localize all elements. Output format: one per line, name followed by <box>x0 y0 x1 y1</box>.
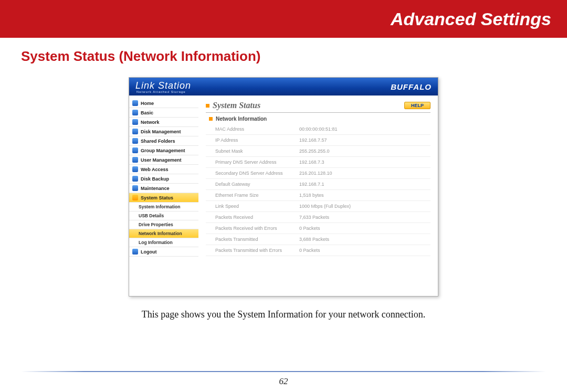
row-value: 1,518 bytes <box>290 190 430 201</box>
nav-basic[interactable]: Basic <box>129 108 198 118</box>
row-label: Packets Received with Errors <box>206 223 290 234</box>
row-value: 1000 Mbps (Full Duplex) <box>290 201 430 212</box>
row-value: 192.168.7.1 <box>290 179 430 190</box>
status-icon <box>132 195 138 200</box>
subsection-title: Network Information <box>216 116 267 122</box>
nav-label: Network <box>141 120 160 125</box>
table-row: Subnet Mask255.255.255.0 <box>206 146 430 157</box>
content-title: System Status <box>206 101 260 110</box>
subnav-drive-properties[interactable]: Drive Properties <box>129 220 198 229</box>
nav-disk-backup[interactable]: Disk Backup <box>129 174 198 184</box>
row-label: Secondary DNS Server Address <box>206 168 290 179</box>
brand-left: Link Station Network Attached Storage <box>135 80 191 93</box>
row-value: 0 Packets <box>290 245 430 256</box>
home-icon <box>132 100 138 106</box>
table-row: Packets Transmitted with Errors0 Packets <box>206 245 430 256</box>
nav-label: Basic <box>141 110 153 115</box>
content-title-text: System Status <box>213 101 260 110</box>
table-row: Packets Transmitted3,688 Packets <box>206 234 430 245</box>
subnav-label: System Information <box>139 204 180 209</box>
section-title: System Status (Network Information) <box>0 38 567 72</box>
brand-right: BUFFALO <box>391 82 432 91</box>
subnav-system-information[interactable]: System Information <box>129 203 198 211</box>
row-value: 255.255.255.0 <box>290 146 430 157</box>
nav-logout[interactable]: Logout <box>129 247 198 257</box>
row-label: Packets Transmitted with Errors <box>206 245 290 256</box>
app-screenshot: Link Station Network Attached Storage BU… <box>129 77 438 296</box>
subnav-log-information[interactable]: Log Information <box>129 238 198 247</box>
sidebar: Home Basic Network Disk Management Share… <box>129 96 198 296</box>
web-icon <box>132 166 138 172</box>
banner-title: Advanced Settings <box>391 9 551 29</box>
nav-label: User Management <box>141 157 182 163</box>
row-value: 192.168.7.57 <box>290 135 430 146</box>
subnav-network-information[interactable]: Network Information <box>129 229 198 238</box>
row-value: 192.168.7.3 <box>290 157 430 168</box>
page-number: 62 <box>0 376 567 387</box>
table-row: Secondary DNS Server Address216.201.128.… <box>206 168 430 179</box>
nav-system-status[interactable]: System Status <box>129 193 198 203</box>
table-row: Packets Received with Errors0 Packets <box>206 223 430 234</box>
table-row: MAC Address00:00:00:00:51:81 <box>206 124 430 135</box>
row-label: MAC Address <box>206 124 290 135</box>
row-value: 3,688 Packets <box>290 234 430 245</box>
nav-label: Disk Management <box>141 129 181 134</box>
row-label: IP Address <box>206 135 290 146</box>
nav-label: Logout <box>141 249 157 255</box>
subnav-usb-details[interactable]: USB Details <box>129 211 198 220</box>
figure-caption: This page shows you the System Informati… <box>0 309 567 320</box>
user-icon <box>132 157 138 163</box>
nav-shared-folders[interactable]: Shared Folders <box>129 136 198 146</box>
logout-icon <box>132 249 138 255</box>
backup-icon <box>132 176 138 182</box>
nav-disk-management[interactable]: Disk Management <box>129 127 198 136</box>
content-pane: System Status HELP Network Information M… <box>198 96 438 296</box>
table-row: Link Speed1000 Mbps (Full Duplex) <box>206 201 430 212</box>
nav-label: Home <box>141 101 154 106</box>
nav-maintenance[interactable]: Maintenance <box>129 184 198 193</box>
subnav-label: Log Information <box>139 240 173 245</box>
row-label: Link Speed <box>206 201 290 212</box>
subnav-label: Network Information <box>139 231 182 236</box>
subnav-label: Drive Properties <box>139 222 173 227</box>
app-header: Link Station Network Attached Storage BU… <box>129 78 438 96</box>
brand-left-sub: Network Attached Storage <box>136 90 191 93</box>
page-banner: Advanced Settings <box>0 0 567 38</box>
table-row: IP Address192.168.7.57 <box>206 135 430 146</box>
disk-icon <box>132 129 138 134</box>
bullet-icon <box>206 104 209 108</box>
row-label: Ethernet Frame Size <box>206 190 290 201</box>
row-value: 7,633 Packets <box>290 212 430 223</box>
subsection-heading: Network Information <box>209 116 430 122</box>
nav-label: System Status <box>141 195 173 200</box>
maintenance-icon <box>132 185 138 191</box>
nav-label: Disk Backup <box>141 176 169 182</box>
group-icon <box>132 147 138 153</box>
nav-network[interactable]: Network <box>129 118 198 127</box>
row-value: 216.201.128.10 <box>290 168 430 179</box>
brand-left-text: Link Station <box>135 80 191 91</box>
nav-home[interactable]: Home <box>129 99 198 108</box>
row-label: Primary DNS Server Address <box>206 157 290 168</box>
subnav-label: USB Details <box>139 213 164 218</box>
row-label: Default Gateway <box>206 179 290 190</box>
row-label: Subnet Mask <box>206 146 290 157</box>
table-row: Default Gateway192.168.7.1 <box>206 179 430 190</box>
nav-label: Shared Folders <box>141 139 175 144</box>
row-label: Packets Received <box>206 212 290 223</box>
nav-label: Group Management <box>141 148 185 153</box>
nav-user-management[interactable]: User Management <box>129 155 198 165</box>
table-row: Ethernet Frame Size1,518 bytes <box>206 190 430 201</box>
content-header: System Status HELP <box>206 101 430 113</box>
app-body: Home Basic Network Disk Management Share… <box>129 96 438 296</box>
nav-label: Maintenance <box>141 186 170 191</box>
help-button[interactable]: HELP <box>404 102 430 109</box>
nav-group-management[interactable]: Group Management <box>129 146 198 155</box>
row-label: Packets Transmitted <box>206 234 290 245</box>
bullet-icon <box>209 117 213 121</box>
nav-web-access[interactable]: Web Access <box>129 165 198 174</box>
folder-icon <box>132 138 138 144</box>
network-icon <box>132 119 138 125</box>
footer-rule <box>21 371 546 372</box>
basic-icon <box>132 110 138 115</box>
